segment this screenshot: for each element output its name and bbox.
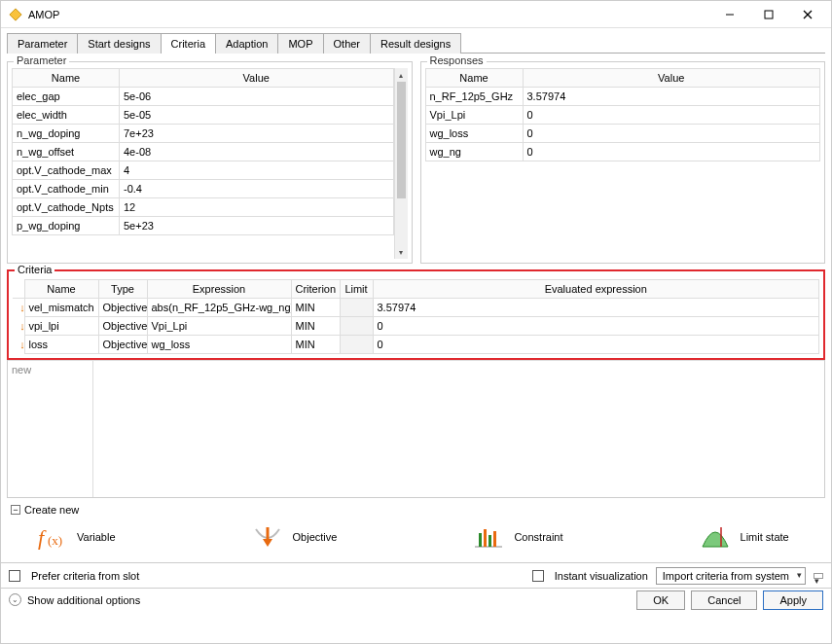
criteria-header-expression: Expression (147, 280, 291, 299)
tab-criteria[interactable]: Criteria (161, 33, 216, 54)
criteria-table[interactable]: Name Type Expression Criterion Limit Eva… (13, 279, 819, 354)
create-new-header[interactable]: − Create new (7, 498, 825, 516)
instant-vis-label: Instant visualization (555, 570, 648, 582)
table-row: ↓ vel_mismatch Objective abs(n_RF_12p5_G… (13, 299, 819, 317)
table-row: n_RF_12p5_GHz3.57974 (425, 88, 820, 106)
svg-text:f: f (38, 525, 47, 550)
titlebar: AMOP (1, 1, 831, 28)
table-row: n_wg_doping7e+23 (13, 125, 394, 143)
svg-text:(x): (x) (48, 533, 62, 548)
scroll-down-icon[interactable]: ▾ (395, 245, 408, 259)
instant-vis-checkbox[interactable] (532, 570, 544, 582)
create-new-row: f (x) Variable Objective (7, 516, 825, 560)
objective-large-icon (252, 523, 283, 551)
table-row: opt.V_cathode_max4 (13, 161, 394, 180)
table-row: opt.V_cathode_min-0.4 (13, 180, 394, 198)
create-objective[interactable]: Objective (252, 523, 338, 551)
minimize-button[interactable] (710, 1, 749, 28)
objective-icon: ↓ (17, 339, 24, 350)
collapse-icon[interactable]: − (11, 505, 20, 515)
table-row: wg_ng0 (425, 143, 820, 161)
table-row: wg_loss0 (425, 125, 820, 143)
table-row: Vpi_Lpi0 (425, 106, 820, 125)
criteria-empty-area: new (7, 360, 825, 498)
create-constraint[interactable]: Constraint (473, 523, 562, 551)
variable-icon: f (x) (36, 523, 67, 551)
footer-bar: ⌄ Show additional options OK Cancel Appl… (1, 588, 831, 611)
apply-button[interactable]: Apply (763, 590, 823, 610)
responses-table[interactable]: Name Value n_RF_12p5_GHz3.57974 Vpi_Lpi0… (425, 68, 821, 161)
tab-parameter[interactable]: Parameter (7, 33, 78, 54)
svg-rect-11 (488, 535, 491, 547)
parameter-legend: Parameter (14, 54, 69, 66)
svg-marker-0 (10, 8, 21, 19)
parameter-header-name: Name (13, 69, 120, 88)
criteria-header-name: Name (24, 280, 98, 299)
criteria-header-criterion: Criterion (291, 280, 340, 299)
scroll-thumb[interactable] (397, 82, 406, 198)
criteria-header-limit: Limit (340, 280, 373, 299)
svg-rect-2 (765, 11, 773, 18)
prefer-slot-checkbox[interactable] (9, 570, 20, 582)
options-bar: Prefer criteria from slot Instant visual… (1, 562, 831, 588)
tab-adaption[interactable]: Adaption (215, 33, 278, 54)
ok-button[interactable]: OK (636, 590, 685, 610)
tab-other[interactable]: Other (323, 33, 372, 54)
responses-legend: Responses (427, 54, 487, 66)
expand-options-icon[interactable]: ⌄ (9, 593, 21, 606)
criteria-panel: Criteria Name Type Expression Criterion … (7, 269, 825, 360)
constraint-icon (473, 523, 504, 551)
parameter-table[interactable]: Name Value elec_gap5e-06 elec_width5e-05… (12, 68, 394, 235)
table-row: p_wg_doping5e+23 (13, 217, 394, 235)
import-criteria-dropdown[interactable]: Import criteria from system (656, 567, 806, 585)
tab-bar: Parameter Start designs Criteria Adaptio… (1, 28, 831, 53)
create-new-label: Create new (24, 504, 79, 516)
parameter-panel: Parameter Name Value elec_gap5e-06 elec_… (7, 61, 413, 264)
tab-result-designs[interactable]: Result designs (370, 33, 461, 54)
objective-icon: ↓ (17, 320, 24, 332)
table-row: opt.V_cathode_Npts12 (13, 198, 394, 217)
criteria-legend: Criteria (15, 264, 54, 275)
show-additional-label[interactable]: Show additional options (27, 594, 140, 606)
tab-start-designs[interactable]: Start designs (77, 33, 161, 54)
svg-marker-7 (263, 539, 272, 547)
table-row: ↓ loss Objective wg_loss MIN 0 (13, 336, 819, 354)
criteria-header-type: Type (98, 280, 147, 299)
svg-rect-9 (479, 533, 482, 547)
table-row: n_wg_offset4e-08 (13, 143, 394, 161)
cancel-button[interactable]: Cancel (691, 590, 757, 610)
prefer-slot-label: Prefer criteria from slot (31, 570, 139, 582)
responses-panel: Responses Name Value n_RF_12p5_GHz3.5797… (420, 61, 826, 264)
create-variable[interactable]: f (x) Variable (36, 523, 116, 551)
maximize-button[interactable] (749, 1, 788, 28)
scroll-up-icon[interactable]: ▴ (395, 68, 408, 82)
criteria-header-evaluated: Evaluated expression (373, 280, 819, 299)
responses-header-name: Name (425, 69, 523, 88)
criteria-new-row[interactable]: new (8, 360, 93, 497)
window-title: AMOP (28, 9, 59, 20)
svg-rect-10 (484, 529, 487, 547)
table-row: ↓ vpi_lpi Objective Vpi_Lpi MIN 0 (13, 317, 819, 336)
import-criteria-more[interactable] (814, 573, 823, 579)
app-icon (9, 8, 22, 21)
close-button[interactable] (788, 1, 827, 28)
parameter-scrollbar[interactable]: ▴ ▾ (394, 68, 408, 259)
svg-rect-12 (493, 531, 496, 547)
objective-icon: ↓ (17, 302, 24, 313)
responses-header-value: Value (523, 69, 820, 88)
table-row: elec_width5e-05 (13, 106, 394, 125)
limit-state-icon (700, 523, 731, 551)
create-limit-state[interactable]: Limit state (700, 523, 789, 551)
table-row: elec_gap5e-06 (13, 88, 394, 106)
parameter-header-value: Value (120, 69, 394, 88)
tab-mop[interactable]: MOP (277, 33, 323, 54)
